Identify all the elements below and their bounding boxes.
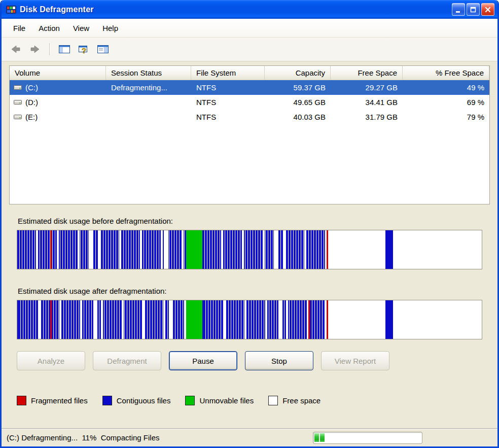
defragment-button[interactable]: Defragment <box>93 351 161 370</box>
legend: Fragmented files Contiguous files Unmova… <box>17 396 482 405</box>
window-title: Disk Defragmenter <box>20 5 450 14</box>
maximize-button[interactable] <box>467 3 480 16</box>
legend-unmovable: Unmovable files <box>185 396 254 405</box>
session-status: Defragmenting... <box>106 80 191 95</box>
volume-name: (D:) <box>25 98 38 107</box>
usage-segment-contiguous <box>202 300 326 339</box>
column-header-file-system[interactable]: File System <box>191 66 265 80</box>
free-space: 34.41 GB <box>331 95 403 110</box>
usage-segment-fragmented <box>327 230 328 269</box>
volume-list: Volume Session Status File System Capaci… <box>9 65 490 204</box>
toolbar-separator <box>49 43 50 55</box>
pct-free-space: 69 % <box>403 95 489 110</box>
usage-segment-contiguous <box>17 230 186 269</box>
volume-list-header: Volume Session Status File System Capaci… <box>10 66 489 80</box>
maximize-icon <box>470 6 477 13</box>
close-icon <box>484 6 491 13</box>
fragmented-swatch-icon <box>17 396 26 405</box>
capacity: 40.03 GB <box>265 110 331 124</box>
legend-label: Contiguous files <box>117 396 171 405</box>
usage-segment-contiguous-solid <box>385 300 393 339</box>
legend-free-space: Free space <box>268 396 320 405</box>
usage-segment-free <box>393 300 482 339</box>
capacity: 49.65 GB <box>265 95 331 110</box>
legend-label: Fragmented files <box>31 396 88 405</box>
capacity: 59.37 GB <box>265 80 331 95</box>
volume-name: (E:) <box>25 113 38 121</box>
analyze-button[interactable]: Analyze <box>17 351 85 370</box>
usage-segment-fragmented <box>308 300 310 339</box>
view-report-button[interactable]: View Report <box>321 351 389 370</box>
usage-segment-unmovable <box>186 230 202 269</box>
legend-label: Free space <box>282 396 320 405</box>
usage-segment-fragmented <box>50 300 52 339</box>
legend-contiguous: Contiguous files <box>102 396 171 405</box>
file-system: NTFS <box>191 80 265 95</box>
free-space-swatch-icon <box>268 396 278 405</box>
usage-segment-contiguous <box>202 230 326 269</box>
unmovable-swatch-icon <box>185 396 195 405</box>
svg-text:?: ? <box>82 46 86 54</box>
show-action-pane-icon[interactable] <box>95 41 111 57</box>
pct-free-space: 79 % <box>403 110 489 124</box>
pct-free-space: 49 % <box>403 80 489 95</box>
back-icon[interactable] <box>8 41 24 57</box>
disk-defragmenter-icon <box>6 4 17 15</box>
minimize-button[interactable] <box>452 3 465 16</box>
pause-button[interactable]: Pause <box>169 351 237 370</box>
usage-segment-contiguous-solid <box>385 230 393 269</box>
drive-icon <box>14 84 22 91</box>
status-bar: (C:) Defragmenting... 11% Compacting Fil… <box>2 428 497 446</box>
close-button[interactable] <box>481 3 494 16</box>
file-system: NTFS <box>191 110 265 124</box>
title-bar[interactable]: Disk Defragmenter <box>2 0 497 19</box>
column-header-pct-free-space[interactable]: % Free Space <box>403 66 489 80</box>
after-usage-label: Estimated disk usage after defragmentati… <box>18 287 481 295</box>
volume-row-e[interactable]: (E:) NTFS 40.03 GB 31.79 GB 79 % <box>10 110 489 124</box>
legend-label: Unmovable files <box>199 396 254 405</box>
button-row: Analyze Defragment Pause Stop View Repor… <box>17 351 482 370</box>
menu-view[interactable]: View <box>66 21 96 35</box>
disk-defragmenter-window: Disk Defragmenter File Action View Help <box>0 0 499 448</box>
before-usage-label: Estimated disk usage before defragmentat… <box>18 217 481 225</box>
usage-segment-fragmented <box>327 300 328 339</box>
minimize-icon <box>455 6 462 13</box>
drive-icon <box>14 99 22 106</box>
usage-bar-before <box>17 230 482 269</box>
usage-segment-unmovable <box>186 300 202 339</box>
column-header-volume[interactable]: Volume <box>10 66 106 80</box>
file-system: NTFS <box>191 95 265 110</box>
contiguous-swatch-icon <box>102 396 112 405</box>
forward-icon[interactable] <box>27 41 43 57</box>
column-header-capacity[interactable]: Capacity <box>265 66 331 80</box>
defrag-progress-bar <box>313 432 422 444</box>
usage-segment-contiguous <box>17 300 186 339</box>
stop-button[interactable]: Stop <box>245 351 313 370</box>
defrag-pane: Estimated disk usage before defragmentat… <box>2 204 497 428</box>
volume-name: (C:) <box>25 83 38 92</box>
menu-help[interactable]: Help <box>96 21 125 35</box>
progress-block <box>314 433 319 442</box>
usage-segment-free <box>393 230 482 269</box>
session-status <box>106 110 191 124</box>
toolbar: ? <box>2 38 497 61</box>
legend-fragmented: Fragmented files <box>17 396 88 405</box>
volume-row-c[interactable]: (C:) Defragmenting... NTFS 59.37 GB 29.2… <box>10 80 489 95</box>
free-space: 31.79 GB <box>331 110 403 124</box>
menu-action[interactable]: Action <box>32 21 66 35</box>
progress-block <box>320 433 325 442</box>
volume-row-d[interactable]: (D:) NTFS 49.65 GB 34.41 GB 69 % <box>10 95 489 110</box>
session-status <box>106 95 191 110</box>
usage-segment-free <box>325 230 385 269</box>
help-icon[interactable]: ? <box>76 41 92 57</box>
column-header-free-space[interactable]: Free Space <box>331 66 403 80</box>
drive-icon <box>14 114 22 120</box>
usage-bar-after <box>17 300 482 339</box>
usage-segment-fragmented <box>50 230 52 269</box>
menu-bar: File Action View Help <box>2 19 497 38</box>
status-text: (C:) Defragmenting... 11% Compacting Fil… <box>7 433 160 442</box>
free-space: 29.27 GB <box>331 80 403 95</box>
show-console-tree-icon[interactable] <box>56 41 73 57</box>
menu-file[interactable]: File <box>7 21 32 35</box>
column-header-session-status[interactable]: Session Status <box>106 66 191 80</box>
